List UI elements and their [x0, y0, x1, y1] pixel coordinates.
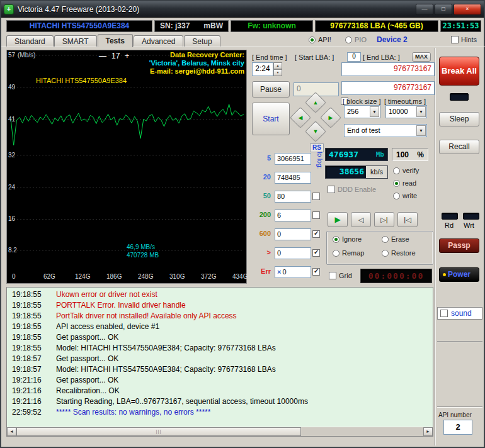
end-of-test-combo[interactable]: End of test▼	[344, 124, 427, 137]
graph-x-label: 310G	[169, 273, 185, 280]
access-mode-radio-verify[interactable]: verify	[393, 167, 419, 174]
scroll-right-button[interactable]: ►	[423, 427, 433, 436]
device-label[interactable]: Device 2	[377, 35, 408, 44]
log-entry: 19:21:16Starting Reading, LBA=0..9767731…	[7, 397, 433, 408]
start-lba-field[interactable]: 0	[347, 52, 361, 62]
chevron-down-icon[interactable]: ▼	[416, 106, 426, 117]
access-mode-group: verifyreadwrite	[393, 167, 419, 199]
error-action-radio-ignore[interactable]: Ignore	[333, 235, 382, 243]
end-time-field[interactable]: 2:24	[252, 62, 273, 76]
graph-zoom-out-button[interactable]: —	[99, 52, 106, 60]
radio-icon	[333, 250, 340, 257]
panel-divider	[435, 48, 436, 445]
timeout-label: [ timeout,ms ]	[384, 98, 426, 105]
start-button[interactable]: Start	[252, 103, 290, 135]
sound-label: sound	[451, 309, 472, 318]
nav-right-button[interactable]: ▶	[320, 107, 341, 128]
nav-down-button[interactable]: ▼	[305, 121, 326, 142]
scrollbar-thumb[interactable]: |||	[16, 427, 301, 436]
titlebar[interactable]: + Victoria 4.47 Freeware (2013-02-20) — …	[1, 1, 484, 18]
log-horizontal-scrollbar[interactable]: ◄ ||| ►	[7, 427, 433, 436]
bench-log-checkbox[interactable]	[312, 230, 320, 238]
timeout-combo[interactable]: 10000▼	[385, 105, 427, 118]
tab-standard[interactable]: Standard	[6, 35, 54, 47]
api-number-field[interactable]: 2	[443, 420, 472, 435]
timeout-value: 10000	[389, 108, 408, 115]
max-lba-button[interactable]: MAX	[412, 52, 431, 62]
bench-log-checkbox[interactable]	[312, 193, 320, 200]
error-action-radio-remap[interactable]: Remap	[333, 249, 382, 257]
progress-percent-unit: %	[417, 150, 424, 159]
log-message: Recalibration... OK	[56, 386, 120, 395]
block-size-combo[interactable]: 256▼	[344, 105, 380, 118]
banner-line2: 'Victoria', Belarus, Minsk city	[149, 59, 244, 67]
api-mode-radio[interactable]: API!	[309, 36, 331, 43]
capacity-display: 976773168 LBA (~465 GB)	[315, 20, 438, 32]
scan-play-button[interactable]: ▶	[328, 212, 348, 227]
sound-checkbox[interactable]: sound	[437, 307, 482, 320]
chevron-down-icon[interactable]: ▼	[416, 125, 426, 136]
bench-log-checkbox[interactable]	[312, 211, 320, 219]
access-mode-radio-write[interactable]: write	[393, 192, 419, 199]
seek-diamond-control: ▲◀▶▼	[292, 95, 339, 139]
seek-start-button[interactable]: |◁	[397, 212, 418, 227]
bench-log-checkbox[interactable]	[312, 268, 320, 276]
radio-icon	[393, 193, 400, 199]
log-time: 19:21:16	[12, 397, 50, 406]
maximize-button[interactable]: □	[435, 4, 452, 15]
graph-x-label: 0	[12, 273, 16, 280]
error-action-radio-restore[interactable]: Restore	[382, 249, 428, 257]
passport-button[interactable]: Passp	[439, 238, 479, 253]
end-lba-field[interactable]: 976773167	[341, 62, 435, 76]
graph-zoom-value: 17	[111, 52, 120, 60]
bench-log-checkbox[interactable]	[312, 249, 320, 257]
tab-smart[interactable]: SMART	[54, 35, 97, 47]
scroll-left-button[interactable]: ◄	[7, 427, 16, 436]
arrow-icon: ▲	[309, 96, 322, 109]
log-message: Model: HITACHI HTS547550A9E384; Capacity…	[56, 344, 276, 352]
log-entry: 19:18:55Get passport... OK	[7, 333, 433, 344]
ddd-enable-checkbox[interactable]: DDD Enable	[328, 186, 376, 193]
pio-mode-radio[interactable]: PIO	[345, 36, 367, 43]
tab-advanced[interactable]: Advanced	[134, 35, 183, 47]
log-time: 19:18:55	[12, 322, 50, 331]
radio-icon	[382, 236, 389, 243]
rs-button[interactable]: RS	[310, 143, 324, 152]
break-all-button[interactable]: Break All	[439, 57, 479, 86]
end-time-label: [ End time ]	[252, 53, 287, 61]
radio-icon	[382, 250, 389, 257]
minimize-button[interactable]: —	[416, 4, 433, 15]
end-lba-field-2[interactable]: 976773167	[341, 81, 435, 95]
graph-y-label: 41	[8, 116, 15, 123]
nav-up-button[interactable]: ▲	[305, 92, 326, 113]
graph-zoom-in-button[interactable]: +	[125, 52, 129, 60]
log-time: 19:21:16	[12, 386, 50, 395]
radio-label: Ignore	[342, 235, 362, 243]
access-mode-radio-read[interactable]: read	[393, 179, 419, 187]
spinner-up-button[interactable]: ▲	[273, 62, 282, 69]
test-timer-display: 00:000:00	[360, 269, 432, 283]
log-time: 19:18:55	[12, 311, 50, 320]
scan-back-button[interactable]: ◁	[351, 212, 371, 227]
log-panel[interactable]: 19:18:55Ukown error or driver not exist1…	[6, 287, 433, 437]
close-button[interactable]: ×	[454, 4, 481, 15]
log-message: Get passport... OK	[56, 354, 118, 363]
bench-row-label: Err	[257, 267, 271, 275]
error-action-radio-erase[interactable]: Erase	[382, 235, 428, 243]
chevron-down-icon[interactable]: ▼	[370, 106, 379, 117]
power-button[interactable]: Power	[439, 267, 479, 282]
checkbox-icon	[328, 186, 335, 193]
spinner-down-button[interactable]: ▼	[273, 69, 282, 76]
grid-checkbox[interactable]: Grid	[329, 272, 352, 279]
tab-tests[interactable]: Tests	[98, 34, 133, 47]
nav-left-button[interactable]: ◀	[290, 107, 311, 128]
tab-setup[interactable]: Setup	[184, 35, 220, 47]
sleep-button[interactable]: Sleep	[439, 112, 479, 126]
graph-y-label: 8.2	[8, 247, 17, 254]
transport-controls: ▶◁▷||◁	[328, 212, 418, 227]
pause-button[interactable]: Pause	[252, 81, 290, 98]
recall-button[interactable]: Recall	[439, 140, 479, 154]
bench-row-label: >	[257, 249, 271, 256]
hints-checkbox[interactable]: Hints	[451, 36, 477, 43]
seek-forward-button[interactable]: ▷|	[374, 212, 394, 227]
